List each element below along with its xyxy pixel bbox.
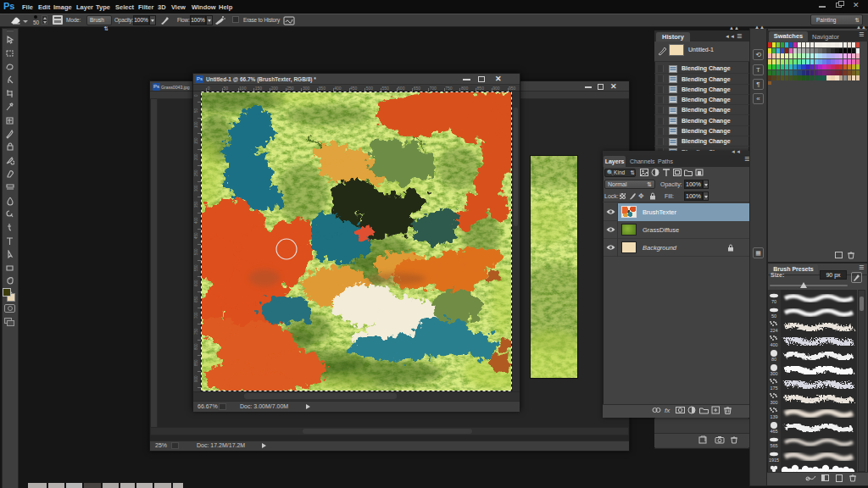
svg-text:565: 565 (770, 443, 777, 448)
svg-text:80: 80 (771, 357, 776, 362)
svg-text:300: 300 (770, 400, 777, 405)
svg-text:50: 50 (771, 313, 776, 319)
svg-text:fx: fx (665, 407, 670, 414)
svg-text:139: 139 (770, 414, 777, 419)
svg-text:300: 300 (770, 371, 777, 376)
svg-text:465: 465 (770, 429, 777, 434)
svg-text:175: 175 (770, 385, 777, 391)
svg-text:1915: 1915 (769, 458, 779, 463)
svg-text:70: 70 (771, 299, 776, 304)
svg-text:224: 224 (770, 328, 777, 333)
svg-text:400: 400 (770, 342, 777, 347)
